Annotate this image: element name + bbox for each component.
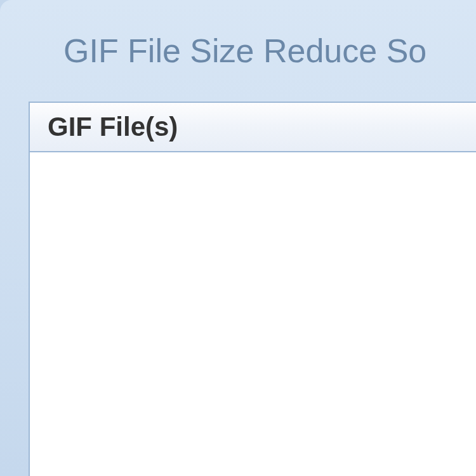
column-header-label: GIF File(s) [48,112,178,142]
window-title: GIF File Size Reduce So [63,32,426,70]
client-area: GIF File(s) [29,102,476,476]
titlebar: GIF File Size Reduce So [0,0,476,102]
file-list-header[interactable]: GIF File(s) [30,103,476,152]
file-list[interactable] [30,152,476,476]
app-window: GIF File Size Reduce So GIF File(s) [0,0,476,476]
